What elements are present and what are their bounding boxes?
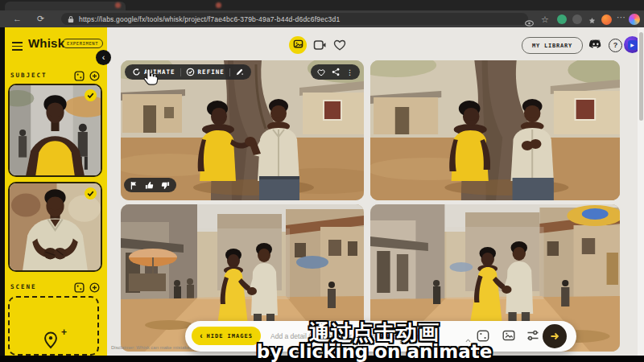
lock-icon <box>68 12 74 27</box>
app-title: Whisk <box>28 36 64 50</box>
extension-icon-green[interactable] <box>557 14 567 24</box>
subtitle-english: by clicking on animate <box>225 341 523 362</box>
favorites-heart-icon[interactable] <box>333 39 346 54</box>
whisk-app-window: ← ⟳ https://labs.google/fx/tools/whisk/p… <box>0 0 644 362</box>
subject-thumbnail-woman[interactable] <box>8 84 102 177</box>
play-icon: ▶ <box>628 40 638 50</box>
generated-image-2[interactable] <box>370 60 620 200</box>
video-mode-toggle[interactable] <box>313 39 327 54</box>
hand-cursor-icon <box>142 68 159 90</box>
submit-button[interactable] <box>543 324 567 348</box>
experiment-badge: EXPERIMENT <box>62 39 103 48</box>
subject-shuffle-icon[interactable] <box>74 70 85 84</box>
edit-pen-icon[interactable] <box>235 68 244 76</box>
browser-active-tab[interactable] <box>5 2 126 10</box>
thumbs-down-icon[interactable] <box>161 181 170 190</box>
flag-icon[interactable] <box>130 181 138 190</box>
divider <box>229 68 230 76</box>
subject-thumbnail-man[interactable] <box>8 182 102 272</box>
arrow-right-icon <box>549 331 560 342</box>
extension-icon-dark[interactable] <box>572 14 582 24</box>
back-icon[interactable]: ← <box>13 13 22 24</box>
profile-avatar[interactable] <box>601 14 612 25</box>
my-library-button[interactable]: MY LIBRARY <box>522 37 583 54</box>
selected-check-icon <box>85 89 97 101</box>
subject-add-icon[interactable] <box>89 70 100 84</box>
sidebar: Whisk EXPERIMENT SUBJECT <box>5 27 107 356</box>
copilot-icon[interactable] <box>629 14 640 25</box>
tab-favicon <box>216 2 221 8</box>
image-secondary-toolbar: ⋮ <box>311 64 360 80</box>
hide-images-label: HIDE IMAGES <box>206 333 252 339</box>
tab-favicon <box>115 2 121 8</box>
discord-icon[interactable] <box>588 39 603 54</box>
menu-icon[interactable] <box>12 40 23 52</box>
image-icon <box>293 38 303 52</box>
scene-dropzone[interactable]: + <box>8 296 99 356</box>
plus-icon: + <box>61 327 67 338</box>
sidebar-collapse-button[interactable]: ‹ <box>96 50 111 65</box>
tune-sliders-icon[interactable] <box>526 330 539 344</box>
subject-section-label: SUBJECT <box>10 72 47 79</box>
my-library-label: MY LIBRARY <box>532 43 572 49</box>
more-options-icon[interactable]: ⋮ <box>346 68 353 76</box>
url-bar[interactable]: https://labs.google/fx/tools/whisk/proje… <box>61 13 528 25</box>
scene-section-label: SCENE <box>10 283 37 290</box>
refresh-icon[interactable]: ⟳ <box>37 13 44 24</box>
refine-button[interactable]: REFINE <box>198 68 225 76</box>
browser-toolbar: ← ⟳ https://labs.google/fx/tools/whisk/p… <box>0 10 644 27</box>
thumbs-up-icon[interactable] <box>145 181 154 190</box>
image-mode-toggle[interactable] <box>289 36 307 54</box>
browser-menu-icon[interactable]: ⋯ <box>617 11 625 23</box>
refine-check-icon <box>186 68 195 76</box>
animate-cycle-icon <box>132 68 141 76</box>
favorite-heart-icon[interactable] <box>317 68 325 76</box>
url-text: https://labs.google/fx/tools/whisk/proje… <box>79 15 340 23</box>
chevron-left-icon: ‹ <box>200 331 202 340</box>
selected-check-icon <box>85 187 97 200</box>
bookmark-star-icon[interactable]: ☆ <box>541 14 549 25</box>
extensions-puzzle-icon[interactable] <box>588 14 597 29</box>
preview-eye-icon[interactable] <box>525 15 534 30</box>
browser-tab-strip <box>0 0 644 10</box>
scrollbar-thumb[interactable] <box>639 32 643 121</box>
share-icon[interactable] <box>332 68 340 76</box>
divider <box>180 68 181 76</box>
help-icon[interactable]: ? <box>609 39 622 52</box>
scene-add-icon[interactable] <box>89 282 100 296</box>
location-pin-icon <box>43 331 58 352</box>
feedback-toolbar <box>124 178 176 192</box>
scene-shuffle-icon[interactable] <box>74 282 85 296</box>
